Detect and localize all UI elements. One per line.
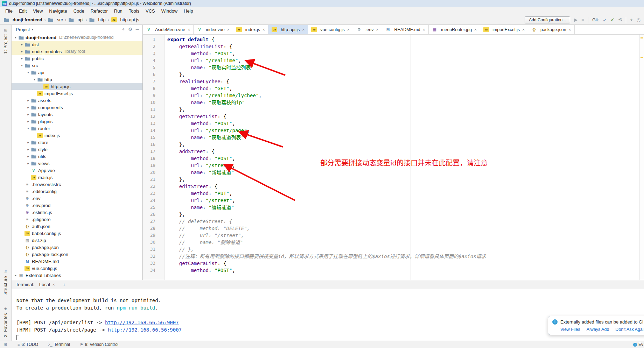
tab-close-icon[interactable]: ×	[376, 27, 378, 32]
tree-item-utils[interactable]: ▸utils	[12, 153, 142, 160]
line-number[interactable]: 26	[143, 211, 164, 218]
tab-index-js[interactable]: JSindex.js×	[233, 25, 268, 34]
tab-importexcel-js[interactable]: JSimportExcel.js×	[480, 25, 528, 34]
chevron-down-icon[interactable]: ▾	[13, 36, 18, 39]
project-view-selector[interactable]: Project ▾	[16, 27, 33, 32]
status-6-todo[interactable]: ≡6: TODO	[18, 342, 38, 347]
tree-item-vue-config-js[interactable]: JSvue.config.js	[12, 265, 142, 272]
search-everywhere-icon[interactable]: ⌖	[630, 17, 632, 23]
line-number[interactable]: 21	[143, 176, 164, 183]
recent-activity-icon[interactable]: ◷	[637, 17, 640, 22]
tab-readme-md[interactable]: MREADME.md×	[382, 25, 429, 34]
tree-item-http-api-js[interactable]: JShttp-api.js	[12, 83, 142, 90]
chevron-right-icon[interactable]: ▸	[19, 50, 24, 53]
tab-close-icon[interactable]: ×	[302, 27, 304, 32]
hide-panel-icon[interactable]: ─	[136, 27, 139, 32]
tree-item-main-js[interactable]: JSmain.js	[12, 174, 142, 181]
menu-help[interactable]: Help	[181, 7, 196, 15]
line-number[interactable]: 32	[143, 253, 164, 260]
chevron-right-icon[interactable]: ▸	[19, 43, 24, 46]
tree-item-style[interactable]: ▸style	[12, 146, 142, 153]
menu-tools[interactable]: Tools	[126, 7, 142, 15]
tab-close-icon[interactable]: ×	[227, 27, 230, 32]
tree-item-env[interactable]: ⚙.env	[12, 195, 142, 202]
tab-close-icon[interactable]: ×	[569, 27, 571, 32]
tool-window-favorites-button[interactable]: ★ 2: Favorites	[3, 306, 8, 337]
new-terminal-button[interactable]: +	[60, 282, 69, 287]
git-revert-icon[interactable]: ⟲	[618, 17, 622, 22]
tree-item-app-vue[interactable]: VApp.vue	[12, 167, 142, 174]
breadcrumb-item-http-api-js[interactable]: JShttp-api.js	[111, 17, 139, 22]
line-number[interactable]: 5	[143, 64, 164, 71]
line-number[interactable]: 17	[143, 148, 164, 155]
git-commit-icon[interactable]: ✔	[611, 17, 615, 22]
line-number[interactable]: 28	[143, 225, 164, 232]
tree-item-src[interactable]: ▾src	[12, 62, 142, 69]
tab-http-api-js[interactable]: JShttp-api.js×	[268, 25, 308, 34]
line-number[interactable]: 2	[143, 43, 164, 50]
notification-action-always-add[interactable]: Always Add	[587, 327, 609, 332]
status-terminal[interactable]: >_Terminal	[48, 342, 70, 347]
settings-gear-icon[interactable]: ⚙	[128, 27, 132, 32]
event-log-item[interactable]: i Ev	[633, 342, 643, 347]
tree-item-public[interactable]: ▸public	[12, 55, 142, 62]
terminal-tab-local[interactable]: Local ×	[36, 280, 58, 289]
line-number[interactable]: 14	[143, 127, 164, 134]
breadcrumb-item-src[interactable]: src	[48, 17, 63, 22]
line-number[interactable]: 1	[143, 36, 164, 43]
menu-navigate[interactable]: Navigate	[46, 7, 70, 15]
menu-vcs[interactable]: VCS	[142, 7, 158, 15]
tree-item-dist-zip[interactable]: ▧dist.zip	[12, 237, 142, 244]
line-number[interactable]: 33	[143, 260, 164, 267]
editor-scrollbar[interactable]	[639, 35, 644, 280]
tree-item-editorconfig[interactable]: ≡.editorconfig	[12, 188, 142, 195]
run-icon[interactable]: ▶	[574, 17, 578, 22]
line-number[interactable]: 10	[143, 99, 164, 106]
notification-action-don-t-ask-agai[interactable]: Don't Ask Agai	[615, 327, 643, 332]
tree-item-components[interactable]: ▸components	[12, 104, 142, 111]
line-number[interactable]: 12	[143, 113, 164, 120]
line-number[interactable]: 13	[143, 120, 164, 127]
stop-icon[interactable]: ■	[581, 17, 584, 22]
tree-item-external-libraries[interactable]: ▸▤External Libraries	[12, 272, 142, 279]
add-configuration-button[interactable]: Add Configuration...	[525, 16, 570, 23]
tab-vue-config-js[interactable]: JSvue.config.js×	[308, 25, 353, 34]
tab-menurouter-jpg[interactable]: ▦menuRouter.jpg×	[429, 25, 480, 34]
line-number[interactable]: 7	[143, 78, 164, 85]
tab-close-icon[interactable]: ×	[522, 27, 525, 32]
menu-file[interactable]: File	[2, 7, 16, 15]
line-number[interactable]: 30	[143, 239, 164, 246]
tab-env[interactable]: ⚙.env×	[353, 25, 382, 34]
chevron-down-icon[interactable]: ▾	[26, 71, 31, 74]
line-number[interactable]: 18	[143, 155, 164, 162]
tab-close-icon[interactable]: ×	[188, 27, 190, 32]
tree-item-node-modules[interactable]: ▸node_moduleslibrary root	[12, 48, 142, 55]
tab-close-icon[interactable]: ×	[262, 27, 265, 32]
tree-item-http[interactable]: ▾http	[12, 76, 142, 83]
tool-window-project-button[interactable]: ⊞ 1: Project	[3, 28, 8, 54]
chevron-right-icon[interactable]: ▸	[26, 148, 31, 151]
chevron-right-icon[interactable]: ▸	[26, 162, 31, 165]
tree-item-dist[interactable]: ▸dist	[12, 41, 142, 48]
chevron-right-icon[interactable]: ▸	[26, 141, 31, 144]
tool-windows-toggle-icon[interactable]: ⊞	[4, 342, 7, 347]
chevron-down-icon[interactable]: ▾	[32, 78, 37, 81]
tab-close-icon[interactable]: ×	[423, 27, 425, 32]
line-number[interactable]: 24	[143, 197, 164, 204]
line-number[interactable]: 23	[143, 190, 164, 197]
menu-refactor[interactable]: Refactor	[88, 7, 111, 15]
tab-close-icon[interactable]: ×	[474, 27, 477, 32]
line-number[interactable]: 3	[143, 50, 164, 57]
tree-item-router[interactable]: ▾router	[12, 125, 142, 132]
line-number[interactable]: 8	[143, 85, 164, 92]
tool-window-structure-button[interactable]: # Structure	[3, 269, 8, 294]
chevron-right-icon[interactable]: ▸	[26, 99, 31, 102]
line-number[interactable]: 19	[143, 162, 164, 169]
line-number[interactable]: 15	[143, 134, 164, 141]
line-number[interactable]: 25	[143, 204, 164, 211]
git-update-icon[interactable]: ↙	[603, 17, 607, 22]
chevron-right-icon[interactable]: ▸	[26, 155, 31, 158]
close-terminal-tab-icon[interactable]: ×	[52, 282, 55, 287]
tab-index-vue[interactable]: Vindex.vue×	[194, 25, 233, 34]
line-number[interactable]: 22	[143, 183, 164, 190]
